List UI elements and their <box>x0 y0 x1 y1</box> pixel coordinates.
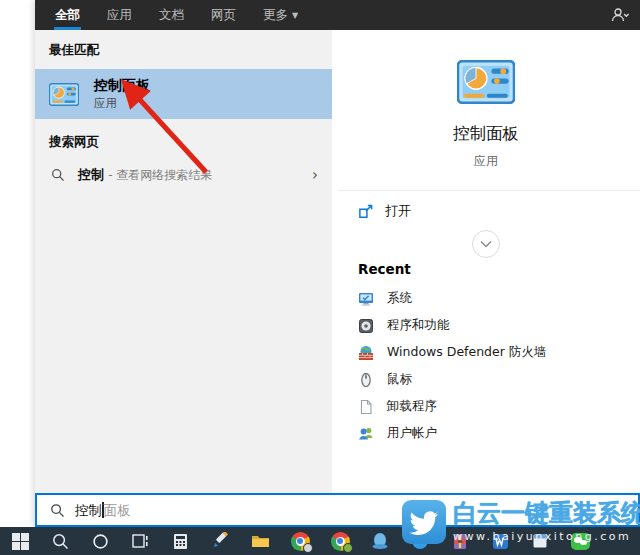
winrar-button[interactable] <box>440 527 480 555</box>
chrome-profile2-button[interactable] <box>320 527 360 555</box>
open-label: 打开 <box>385 202 411 220</box>
recent-header: Recent <box>358 261 411 277</box>
tab-more[interactable]: 更多▼ <box>263 0 298 30</box>
programs-and-features-icon <box>358 318 374 334</box>
taskbar-search-button[interactable] <box>40 527 80 555</box>
media-player-button[interactable] <box>400 527 440 555</box>
divider <box>338 190 640 191</box>
recent-item-programs-and-features[interactable]: 程序和功能 <box>358 312 632 339</box>
search-web-header: 搜索网页 <box>35 119 332 158</box>
typed-text: 控制 <box>75 502 102 518</box>
results-panel: 最佳匹配 控制面板 应用 <box>35 30 332 493</box>
chrome-button[interactable] <box>280 527 320 555</box>
recent-item-firewall[interactable]: Windows Defender 防火墙 <box>358 339 632 366</box>
pen-app-button[interactable] <box>200 527 240 555</box>
firewall-icon <box>358 345 374 361</box>
calculator-button[interactable] <box>160 527 200 555</box>
preview-subtitle: 应用 <box>474 153 498 170</box>
search-flyout: 全部 应用 文档 网页 更多▼ 最佳匹配 <box>35 0 640 527</box>
recent-item-system[interactable]: 系统 <box>358 285 632 312</box>
tab-documents[interactable]: 文档 <box>159 0 184 30</box>
user-accounts-icon <box>358 426 374 442</box>
account-filter-button[interactable] <box>610 0 630 30</box>
chevron-right-icon[interactable]: › <box>306 168 324 183</box>
cortana-icon <box>92 533 109 550</box>
suggestion-text: 面板 <box>104 502 131 518</box>
recent-item-user-accounts[interactable]: 用户帐户 <box>358 420 632 447</box>
open-action[interactable]: 打开 <box>358 202 411 220</box>
search-icon <box>52 533 69 550</box>
task-view-button[interactable] <box>120 527 160 555</box>
cortana-button[interactable] <box>80 527 120 555</box>
wechat-icon <box>571 533 590 550</box>
web-hint: - 查看网络搜索结果 <box>108 168 212 182</box>
pencil-icon <box>211 532 229 550</box>
search-icon <box>50 503 65 518</box>
web-search-suggestion[interactable]: 控制 - 查看网络搜索结果 › <box>35 158 332 192</box>
profile-badge-icon <box>303 543 313 553</box>
qq-icon <box>371 532 389 550</box>
expand-button[interactable] <box>472 230 500 258</box>
start-button[interactable] <box>0 527 40 555</box>
best-match-header: 最佳匹配 <box>35 30 332 69</box>
tab-web[interactable]: 网页 <box>211 0 236 30</box>
chevron-down-icon: ▼ <box>292 11 298 20</box>
best-match-subtitle: 应用 <box>94 96 150 111</box>
calculator-icon <box>173 533 188 550</box>
preview-title: 控制面板 <box>453 123 519 145</box>
notes-app-button[interactable] <box>520 527 560 555</box>
taskbar <box>0 527 640 555</box>
profile-badge-icon <box>343 543 353 553</box>
best-match-title: 控制面板 <box>94 77 150 93</box>
web-query: 控制 <box>78 167 104 182</box>
uninstall-program-icon <box>358 399 374 415</box>
player-swirl-icon <box>411 532 429 550</box>
windows-logo-icon <box>12 533 29 550</box>
control-panel-icon <box>457 60 515 104</box>
search-input[interactable]: 控制面板 <box>35 493 640 527</box>
recent-item-uninstall[interactable]: 卸载程序 <box>358 393 632 420</box>
search-icon <box>51 168 65 182</box>
tab-all[interactable]: 全部 <box>55 0 80 30</box>
search-filter-tabs: 全部 应用 文档 网页 更多▼ <box>35 0 640 30</box>
tab-apps[interactable]: 应用 <box>107 0 132 30</box>
folder-icon <box>251 533 270 549</box>
winrar-icon <box>452 533 468 550</box>
system-icon <box>358 291 374 307</box>
preview-panel: 控制面板 应用 打开 Recent <box>332 30 640 493</box>
wechat-button[interactable] <box>560 527 600 555</box>
control-panel-icon <box>49 83 79 106</box>
recent-list: 系统 程序和功能 <box>358 285 632 447</box>
w7-app-button[interactable] <box>480 527 520 555</box>
user-icon <box>610 7 630 23</box>
mouse-icon <box>358 372 374 388</box>
recent-item-mouse[interactable]: 鼠标 <box>358 366 632 393</box>
best-match-result[interactable]: 控制面板 应用 <box>35 69 332 119</box>
file-explorer-button[interactable] <box>240 527 280 555</box>
chevron-down-icon <box>480 240 492 248</box>
qq-button[interactable] <box>360 527 400 555</box>
open-external-icon <box>358 204 373 219</box>
screen: 全部 应用 文档 网页 更多▼ 最佳匹配 <box>0 0 640 555</box>
notepad-icon <box>532 533 548 549</box>
task-view-icon <box>131 533 149 549</box>
w7-icon <box>492 533 509 550</box>
